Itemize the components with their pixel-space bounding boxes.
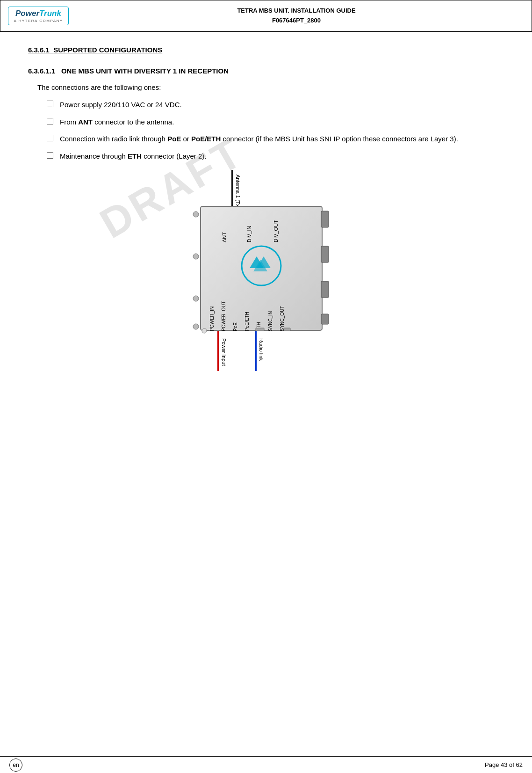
- svg-rect-14: [256, 328, 264, 331]
- div-out-label: DIV_OUT: [273, 220, 279, 242]
- document-title: TETRA MBS UNIT. INSTALLATION GUIDE F0676…: [69, 6, 524, 26]
- bullet-text: Connection with radio link through PoE o…: [60, 134, 458, 145]
- svg-point-3: [193, 254, 199, 259]
- power-out-label: POWER_OUT: [221, 301, 226, 331]
- list-item: Connection with radio link through PoE o…: [47, 134, 504, 145]
- power-input-label: Power Input: [221, 338, 227, 366]
- svg-rect-6: [321, 211, 329, 227]
- mbs-diagram: Antenna 1 (Tx/Rx) ANT DIV: [28, 170, 504, 394]
- poe-label: PoE: [233, 322, 238, 331]
- logo-trunk: Trunk: [39, 9, 61, 18]
- svg-rect-9: [321, 314, 329, 324]
- list-item: From ANT connector to the antenna.: [47, 117, 504, 128]
- subsection-title: ONE MBS UNIT WITH DIVERSITY 1 IN RECEPTI…: [61, 67, 229, 75]
- bullet-text: Power supply 220/110 VAC or 24 VDC.: [60, 100, 182, 110]
- bullet-checkbox: [47, 152, 53, 159]
- svg-point-5: [193, 324, 199, 329]
- power-in-label: POWER_IN: [209, 306, 215, 331]
- svg-rect-7: [321, 246, 329, 263]
- logo-subtitle: A HYTERA COMPANY: [14, 19, 63, 23]
- subsection-heading: 6.3.6.1.1 ONE MBS UNIT WITH DIVERSITY 1 …: [28, 67, 504, 75]
- list-item: Power supply 220/110 VAC or 24 VDC.: [47, 100, 504, 110]
- bullet-checkbox: [47, 118, 53, 124]
- div-in-label: DIV_IN: [246, 226, 252, 242]
- bullet-checkbox: [47, 101, 53, 107]
- logo-power: Power: [15, 9, 39, 18]
- mbs-unit-svg: Antenna 1 (Tx/Rx) ANT DIV: [177, 170, 355, 394]
- svg-point-16: [202, 328, 207, 333]
- svg-rect-15: [284, 328, 290, 331]
- bullet-text: From ANT connector to the antenna.: [60, 117, 174, 128]
- subsection-num: 6.3.6.1.1: [28, 67, 55, 75]
- sync-out-label: SYNC_OUT: [280, 306, 285, 331]
- section-heading: 6.3.6.1 SUPPORTED CONFIGURATIONS: [28, 46, 504, 54]
- bullet-list: Power supply 220/110 VAC or 24 VDC. From…: [47, 100, 504, 161]
- radio-link-label: Radio link: [259, 338, 264, 361]
- bullet-text: Maintenance through ETH connector (Layer…: [60, 151, 207, 162]
- section-num: 6.3.6.1: [28, 46, 50, 54]
- intro-text: The connections are the following ones:: [37, 83, 504, 91]
- svg-rect-8: [321, 281, 329, 298]
- language-indicator: en: [9, 758, 22, 772]
- language-code: en: [13, 762, 19, 768]
- svg-point-4: [193, 296, 199, 301]
- page-number: Page 43 of 62: [485, 761, 523, 768]
- section-title: SUPPORTED CONFIGURATIONS: [53, 46, 162, 54]
- sync-in-label: SYNC_IN: [268, 311, 273, 331]
- bullet-checkbox: [47, 135, 53, 141]
- poe-eth-label: PoE/ETH: [244, 312, 250, 331]
- main-content: DRAFT 6.3.6.1 SUPPORTED CONFIGURATIONS 6…: [0, 32, 532, 432]
- page-footer: en Page 43 of 62: [0, 756, 532, 773]
- ant-label: ANT: [222, 232, 227, 242]
- company-logo: Power Trunk A HYTERA COMPANY: [8, 7, 69, 25]
- page-header: Power Trunk A HYTERA COMPANY TETRA MBS U…: [0, 0, 532, 32]
- list-item: Maintenance through ETH connector (Layer…: [47, 151, 504, 162]
- svg-point-2: [193, 211, 199, 217]
